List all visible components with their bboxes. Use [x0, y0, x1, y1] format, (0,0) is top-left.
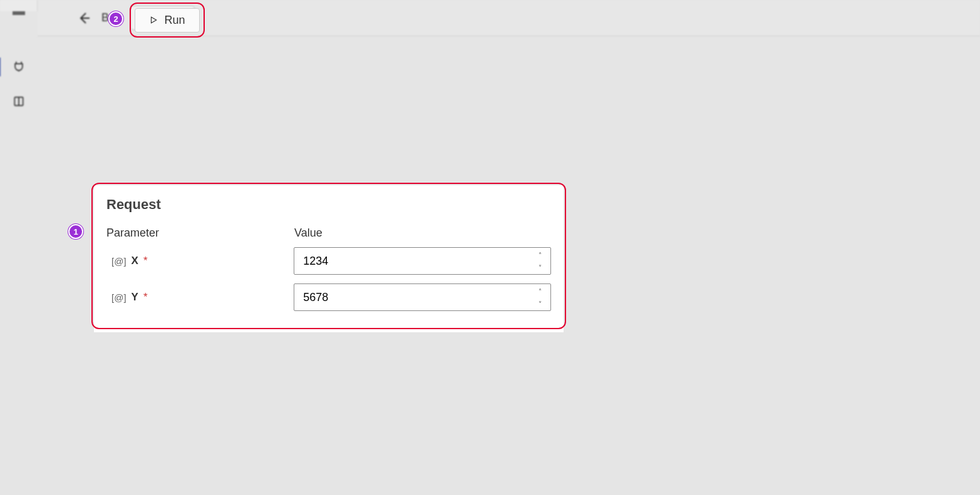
param-row: [@] X * ˄˅ [106, 247, 551, 275]
param-row: [@] Y * ˄˅ [106, 283, 551, 311]
param-y-input[interactable] [294, 283, 551, 311]
book-icon[interactable] [12, 95, 26, 108]
left-nav-rail [0, 0, 38, 11]
run-highlight-overlay: Run [130, 3, 205, 38]
param-name: X [132, 255, 138, 267]
back-button[interactable] [75, 9, 93, 27]
plugin-icon[interactable] [12, 60, 26, 73]
col-header-parameter: Parameter [106, 227, 294, 240]
callout-badge-1: 1 [68, 224, 83, 239]
required-star: * [143, 291, 148, 304]
step-up-icon[interactable]: ˄ [531, 285, 549, 297]
required-star: * [143, 255, 148, 267]
callout-badge-2: 2 [108, 11, 123, 26]
request-title: Request [106, 196, 551, 213]
step-up-icon[interactable]: ˄ [531, 248, 549, 261]
request-highlight-overlay: Request Parameter Value [@] X * ˄˅ [@] Y… [94, 185, 564, 332]
hamburger-icon[interactable] [13, 11, 25, 15]
at-icon: [@] [111, 292, 126, 303]
col-header-value: Value [294, 227, 322, 240]
at-icon: [@] [111, 256, 126, 267]
run-button[interactable]: Run [135, 8, 199, 33]
play-icon [149, 16, 158, 24]
step-down-icon[interactable]: ˅ [531, 297, 549, 310]
param-name: Y [132, 291, 138, 304]
run-label: Run [164, 14, 185, 27]
step-down-icon[interactable]: ˅ [531, 261, 549, 273]
param-x-input[interactable] [294, 247, 551, 275]
